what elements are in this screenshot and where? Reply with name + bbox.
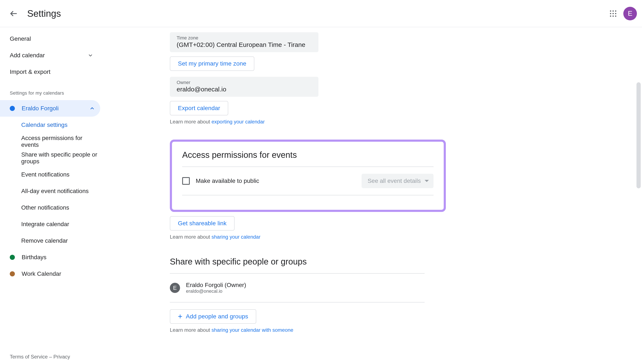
- owner-value: eraldo@onecal.io: [177, 86, 312, 93]
- app-header: Settings E: [0, 0, 642, 27]
- leaf-label: All-day event notifications: [21, 188, 89, 194]
- timezone-value: (GMT+02:00) Central European Time - Tira…: [177, 41, 312, 48]
- svg-point-5: [612, 13, 614, 14]
- main-scrollbar[interactable]: [636, 44, 641, 341]
- section-divider: [182, 166, 434, 167]
- person-avatar: E: [170, 283, 180, 293]
- chevron-down-icon: [88, 52, 93, 58]
- nav-item-label: Add calendar: [10, 52, 45, 59]
- leaf-label: Event notifications: [21, 171, 69, 178]
- arrow-left-icon: [9, 9, 18, 18]
- leaf-calendar-settings[interactable]: Calendar settings: [0, 117, 100, 133]
- leaf-label: Calendar settings: [21, 122, 68, 128]
- back-button[interactable]: [5, 5, 22, 22]
- leaf-other-notifications[interactable]: Other notifications: [0, 200, 100, 216]
- share-people-help-text: Learn more about sharing your calendar w…: [170, 327, 425, 333]
- access-section-title: Access permissions for events: [182, 150, 434, 160]
- button-label: Add people and groups: [186, 313, 248, 320]
- leaf-label: Integrate calendar: [21, 221, 69, 228]
- leaf-event-notifications[interactable]: Event notifications: [0, 166, 100, 183]
- person-email: eraldo@onecal.io: [186, 288, 246, 294]
- privacy-link[interactable]: Privacy: [53, 354, 70, 360]
- account-avatar[interactable]: E: [623, 7, 637, 20]
- svg-point-2: [612, 10, 614, 12]
- public-access-row: Make available to public See all event d…: [182, 174, 434, 188]
- leaf-integrate-calendar[interactable]: Integrate calendar: [0, 216, 100, 232]
- nav-item-general[interactable]: General: [0, 30, 100, 47]
- make-public-checkbox[interactable]: [182, 177, 190, 185]
- button-label: Set my primary time zone: [178, 60, 246, 67]
- nav-item-label: General: [10, 36, 31, 42]
- svg-point-6: [615, 13, 616, 14]
- calendar-color-dot: [10, 271, 15, 276]
- footer-links: Terms of Service – Privacy: [10, 354, 70, 360]
- share-help-text: Learn more about sharing your calendar: [170, 234, 629, 240]
- timezone-label: Time zone: [177, 35, 312, 41]
- apps-button[interactable]: [605, 5, 622, 22]
- section-divider: [182, 195, 434, 195]
- nav-item-label: Import & export: [10, 68, 50, 75]
- calendar-item-birthdays[interactable]: Birthdays: [0, 249, 100, 266]
- make-public-label: Make available to public: [196, 178, 259, 184]
- leaf-allday-notifications[interactable]: All-day event notifications: [0, 183, 100, 200]
- calendar-item-label: Work Calendar: [22, 270, 95, 277]
- export-help-link[interactable]: exporting your calendar: [211, 119, 265, 124]
- add-people-button[interactable]: + Add people and groups: [170, 309, 256, 324]
- person-name: Eraldo Forgoli (Owner): [186, 282, 246, 288]
- button-label: Get shareable link: [178, 220, 226, 227]
- leaf-share-specific[interactable]: Share with specific people or groups: [0, 150, 100, 166]
- leaf-label: Remove calendar: [21, 237, 68, 244]
- access-permissions-section: Access permissions for events Make avail…: [170, 140, 446, 212]
- scrollbar-thumb[interactable]: [636, 82, 641, 188]
- svg-point-4: [610, 13, 611, 14]
- export-help-text: Learn more about exporting your calendar: [170, 119, 629, 125]
- svg-point-1: [610, 10, 611, 12]
- svg-point-9: [615, 16, 616, 17]
- apps-grid-icon: [609, 10, 617, 18]
- chevron-up-icon: [89, 106, 95, 111]
- calendar-item-label: Eraldo Forgoli: [22, 105, 89, 112]
- person-row: E Eraldo Forgoli (Owner) eraldo@onecal.i…: [170, 280, 425, 295]
- sidebar: General Add calendar Import & export Set…: [0, 27, 102, 364]
- calendar-color-dot: [10, 255, 15, 260]
- calendar-item-work[interactable]: Work Calendar: [0, 266, 100, 282]
- visibility-select-value: See all event details: [368, 178, 421, 184]
- owner-field: Owner eraldo@onecal.io: [170, 77, 318, 97]
- leaf-label: Access permissions for events: [21, 135, 100, 148]
- main-content: Time zone (GMT+02:00) Central European T…: [102, 27, 642, 364]
- export-calendar-button[interactable]: Export calendar: [170, 101, 228, 116]
- calendar-item-eraldo[interactable]: Eraldo Forgoli: [0, 100, 100, 117]
- share-people-section: Share with specific people or groups E E…: [170, 257, 425, 333]
- footer-sep: –: [48, 354, 54, 360]
- calendar-item-label: Birthdays: [22, 254, 95, 261]
- svg-point-3: [615, 10, 616, 12]
- dropdown-triangle-icon: [425, 180, 429, 182]
- svg-point-8: [612, 16, 614, 17]
- set-primary-timezone-button[interactable]: Set my primary time zone: [170, 56, 254, 71]
- timezone-field[interactable]: Time zone (GMT+02:00) Central European T…: [170, 32, 318, 52]
- share-people-help-link[interactable]: sharing your calendar with someone: [211, 327, 293, 333]
- svg-point-7: [610, 16, 611, 17]
- terms-link[interactable]: Terms of Service: [10, 354, 48, 360]
- visibility-select: See all event details: [362, 174, 434, 188]
- leaf-label: Share with specific people or groups: [21, 151, 100, 165]
- share-section-title: Share with specific people or groups: [170, 257, 425, 266]
- share-help-link[interactable]: sharing your calendar: [211, 234, 260, 240]
- leaf-label: Other notifications: [21, 204, 69, 211]
- get-shareable-link-button[interactable]: Get shareable link: [170, 216, 235, 230]
- calendar-color-dot: [10, 106, 15, 111]
- section-divider: [170, 302, 425, 302]
- leaf-access-permissions[interactable]: Access permissions for events: [0, 133, 100, 150]
- leaf-remove-calendar[interactable]: Remove calendar: [0, 232, 100, 249]
- page-title: Settings: [27, 8, 61, 19]
- nav-item-import-export[interactable]: Import & export: [0, 64, 100, 80]
- owner-label: Owner: [177, 80, 312, 85]
- button-label: Export calendar: [178, 105, 220, 112]
- section-divider: [170, 273, 425, 274]
- sidebar-section-heading: Settings for my calendars: [0, 80, 102, 100]
- nav-item-add-calendar[interactable]: Add calendar: [0, 47, 100, 64]
